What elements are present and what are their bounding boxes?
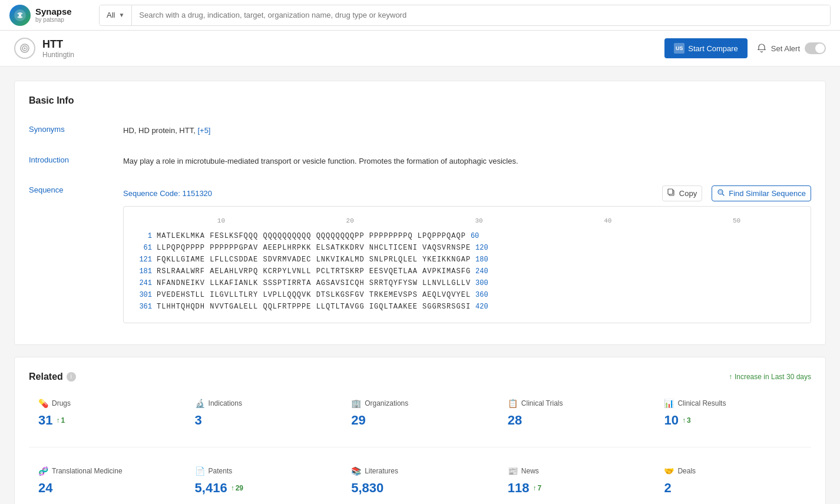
arrow-up-icon: ↑ xyxy=(682,416,686,425)
sequence-line: 241 NFANDNEIKV LLKAFIANLK SSSPTIRRTA AGS… xyxy=(133,278,801,289)
search-category-dropdown[interactable]: All ▼ xyxy=(100,5,132,25)
related-info-icon[interactable]: i xyxy=(67,372,76,382)
svg-point-1 xyxy=(19,14,21,16)
stat-label-text: Patents xyxy=(209,467,233,475)
synonyms-value: HD, HD protein, HTT, [+5] xyxy=(123,125,811,137)
stat-number: 29 xyxy=(351,413,365,428)
chevron-down-icon: ▼ xyxy=(118,12,124,18)
seq-line-data: FQKLLGIAME LFLLCSDDAE SDVRMVADEC LNKVIKA… xyxy=(157,254,471,265)
stat-label: 📊 Clinical Results xyxy=(664,399,802,408)
stat-item[interactable]: 🧬 Translational Medicine 24 xyxy=(29,459,186,503)
stat-value: 31 ↑1 xyxy=(38,413,176,428)
stat-label: 🏢 Organizations xyxy=(351,399,489,408)
synonyms-label: Synonyms xyxy=(29,125,123,134)
synonyms-row: Synonyms HD, HD protein, HTT, [+5] xyxy=(29,118,811,144)
stat-label-text: Deals xyxy=(677,467,696,475)
start-compare-button[interactable]: US Start Compare xyxy=(664,38,748,58)
seq-line-data: NFANDNEIKV LLKAFIANLK SSSPTIRRTA AGSAVSI… xyxy=(157,278,471,289)
stat-number: 118 xyxy=(508,480,530,496)
stat-icon: 💊 xyxy=(38,399,48,408)
stat-item[interactable]: 🤝 Deals 2 xyxy=(654,459,811,503)
stat-value: 5,830 xyxy=(351,480,489,496)
set-alert-area: Set Alert xyxy=(757,42,826,54)
increase-label: Increase in Last 30 days xyxy=(735,373,811,381)
start-compare-label: Start Compare xyxy=(688,44,738,53)
main-content: Basic Info Synonyms HD, HD protein, HTT,… xyxy=(0,67,840,504)
target-icon xyxy=(14,38,35,59)
related-section: Related i ↑ Increase in Last 30 days 💊 D… xyxy=(14,357,826,505)
stat-increase-value: 29 xyxy=(236,484,243,492)
stat-value: 29 xyxy=(351,413,489,428)
seq-line-start: 61 xyxy=(133,243,157,253)
stat-increase: ↑7 xyxy=(533,484,542,492)
stat-label-text: Clinical Trials xyxy=(521,399,563,407)
synonyms-more-link[interactable]: [+5] xyxy=(197,126,210,135)
copy-label: Copy xyxy=(679,189,697,198)
sequence-line: 361 TLHHTQHQDH NVVTGALELL QQLFRTPPPE LLQ… xyxy=(133,301,801,312)
introduction-row: Introduction May play a role in microtub… xyxy=(29,148,811,174)
find-similar-button[interactable]: Find Similar Sequence xyxy=(712,185,811,201)
stat-number: 5,830 xyxy=(351,480,383,496)
stat-label-text: Translational Medicine xyxy=(52,467,123,475)
stat-increase: ↑3 xyxy=(682,416,691,425)
page-header: HTT Huntingtin US Start Compare Set Aler… xyxy=(0,31,840,67)
arrow-up-icon: ↑ xyxy=(533,484,537,492)
stat-item[interactable]: 🔬 Indications 3 xyxy=(186,392,342,435)
logo-icon xyxy=(9,5,31,26)
stat-item[interactable]: 📋 Clinical Trials 28 xyxy=(498,392,655,435)
basic-info-section: Basic Info Synonyms HD, HD protein, HTT,… xyxy=(14,81,826,345)
stat-item[interactable]: 🏢 Organizations 29 xyxy=(342,392,498,435)
target-info: HTT Huntingtin xyxy=(42,38,74,59)
sequence-line: 181 RSLRAALWRF AELAHLVRPQ KCRPYLVNLL PCL… xyxy=(133,266,801,277)
stat-value: 5,416 ↑29 xyxy=(195,480,333,496)
sequence-line: 61 LLPQPQPPPP PPPPPPGPAV AEEPLHRPKK ELSA… xyxy=(133,243,801,253)
related-title: Related xyxy=(29,372,63,382)
stat-increase-value: 3 xyxy=(687,416,691,425)
seq-line-end: 300 xyxy=(471,278,494,289)
logo-brand: Synapse xyxy=(35,7,72,17)
stat-label: 🤝 Deals xyxy=(664,466,802,476)
stat-item[interactable]: 📄 Patents 5,416 ↑29 xyxy=(186,459,342,503)
stat-item[interactable]: 📰 News 118 ↑7 xyxy=(498,459,655,503)
stat-value: 28 xyxy=(508,413,646,428)
logo-area: Synapse by patsnap xyxy=(9,5,92,26)
stats-divider xyxy=(29,447,811,447)
seq-line-start: 301 xyxy=(133,290,157,300)
stat-value: 24 xyxy=(38,480,176,496)
target-name: HTT xyxy=(42,38,74,51)
stat-increase-value: 7 xyxy=(538,484,542,492)
stat-icon: 🧬 xyxy=(38,466,48,476)
stat-value: 3 xyxy=(195,413,333,428)
search-sequence-icon xyxy=(717,188,725,198)
stat-item[interactable]: 💊 Drugs 31 ↑1 xyxy=(29,392,186,435)
stat-number: 31 xyxy=(38,413,52,428)
stat-increase: ↑29 xyxy=(231,484,243,492)
introduction-label: Introduction xyxy=(29,155,123,164)
compare-icon: US xyxy=(674,43,684,54)
seq-line-start: 241 xyxy=(133,278,157,289)
seq-line-end: 180 xyxy=(471,254,494,265)
stat-label-text: News xyxy=(521,467,539,475)
stat-label-text: Organizations xyxy=(365,399,408,407)
stat-icon: 📊 xyxy=(664,399,674,408)
stat-value: 2 xyxy=(664,480,802,496)
seq-line-data: MATLEKLMKA FESLKSFQQQ QQQQQQQQQQ QQQQQQQ… xyxy=(157,231,466,241)
related-header: Related i ↑ Increase in Last 30 days xyxy=(29,372,811,382)
stat-label: 📰 News xyxy=(508,466,646,476)
copy-button[interactable]: Copy xyxy=(662,185,702,201)
stat-item[interactable]: 📊 Clinical Results 10 ↑3 xyxy=(654,392,811,435)
svg-point-7 xyxy=(718,190,723,194)
stat-number: 28 xyxy=(508,413,522,428)
stat-label-text: Literatures xyxy=(365,467,398,475)
search-input[interactable] xyxy=(132,5,830,25)
stat-number: 24 xyxy=(38,480,52,496)
stat-increase-value: 1 xyxy=(61,416,65,425)
set-alert-toggle[interactable] xyxy=(805,42,826,54)
seq-line-end: 120 xyxy=(471,243,494,253)
search-bar[interactable]: All ▼ xyxy=(99,5,831,26)
stat-icon: 🔬 xyxy=(195,399,205,408)
stat-icon: 📄 xyxy=(195,466,205,476)
stat-item[interactable]: 📚 Literatures 5,830 xyxy=(342,459,498,503)
sequence-lines: 1 MATLEKLMKA FESLKSFQQQ QQQQQQQQQQ QQQQQ… xyxy=(133,231,801,312)
stat-icon: 📚 xyxy=(351,466,361,476)
